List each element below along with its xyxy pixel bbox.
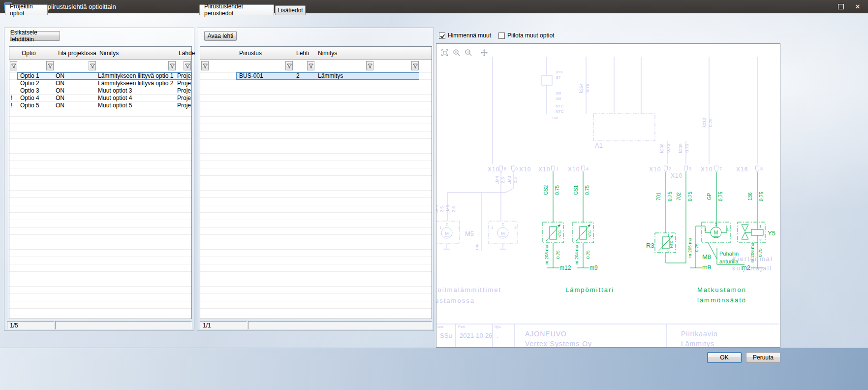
cell-optio: Optio 5 (20, 102, 53, 109)
cell-tila: ON (56, 72, 95, 80)
filter-icon[interactable] (201, 61, 209, 70)
svg-text:m 205 mu: m 205 mu (687, 238, 692, 258)
svg-text:2: 2 (446, 222, 448, 227)
zoom-out-icon[interactable] (463, 47, 473, 58)
filter-icon[interactable] (46, 61, 54, 70)
svg-text:2: 2 (759, 238, 762, 242)
svg-text:1: 1 (704, 228, 707, 232)
middle-status-extra (248, 321, 432, 329)
sheets-filter-row (200, 60, 432, 72)
cell-nimitys: Muut optiot 4 (98, 95, 175, 102)
svg-text:AJONEUVO: AJONEUVO (525, 330, 567, 338)
svg-text:GS1: GS1 (573, 185, 579, 195)
preview-toolbar (439, 47, 489, 58)
svg-text:3: 3 (726, 228, 729, 232)
column-header-lehti[interactable]: Lehti (296, 50, 309, 57)
svg-text:30f: 30f (556, 97, 561, 101)
filter-icon[interactable] (168, 61, 176, 70)
svg-text:unn.: unn. (437, 325, 444, 328)
svg-text:Pvm: Pvm (458, 325, 465, 328)
pan-icon[interactable] (479, 47, 489, 58)
filter-icon[interactable] (89, 61, 96, 70)
preview-by-sheet-button[interactable]: Esikatsele lehdittäin (10, 31, 60, 41)
cell-lahde: Projekti (177, 95, 191, 102)
hide-others-checkbox[interactable]: Piilota muut optiot (498, 32, 554, 39)
tab-lisatiedot[interactable]: Lisätiedot (275, 5, 306, 15)
cell-lahde: Projekti (177, 80, 191, 87)
svg-text:0.75: 0.75 (666, 144, 671, 153)
svg-text:2.5: 2.5 (513, 177, 518, 184)
options-table: Optio Tila projektissa Nimitys Lähde Opt… (9, 46, 192, 319)
svg-text:701: 701 (656, 192, 661, 200)
row-flag: ! (11, 95, 17, 102)
open-sheet-button[interactable]: Avaa lehti (204, 31, 237, 41)
dim-others-checkbox[interactable]: Himmennä muut (439, 32, 491, 39)
filter-icon[interactable] (307, 61, 314, 70)
options-filter-row (9, 60, 191, 72)
svg-text:LM3: LM3 (507, 176, 512, 185)
fit-icon[interactable] (439, 47, 450, 58)
column-header-lahde[interactable]: Lähde (179, 50, 195, 57)
sheets-table-header: Piirustus Lehti Nimitys (200, 47, 432, 60)
svg-text:m9: m9 (702, 263, 711, 271)
maximize-button[interactable] (833, 1, 849, 12)
table-row[interactable]: BUS-001 2 Lämmitys (200, 72, 432, 80)
svg-text:Lämmitys: Lämmitys (681, 340, 714, 347)
zoom-in-icon[interactable] (451, 47, 462, 58)
svg-text:2: 2 (667, 249, 670, 253)
svg-text:A1: A1 (595, 142, 603, 149)
svg-text:3: 3 (514, 226, 517, 230)
filter-icon[interactable] (285, 61, 293, 70)
column-header-optio[interactable]: Optio (22, 50, 36, 57)
svg-text:lämmönsäätö: lämmönsäätö (697, 296, 746, 304)
table-row[interactable]: Optio 3 ON Muut optiot 3 Projekti (9, 87, 191, 95)
svg-text:NTC: NTC (670, 241, 673, 248)
cancel-button[interactable]: Peruuta (746, 352, 780, 363)
cell-lehti: 2 (296, 72, 313, 80)
svg-text:X10: X10 (488, 166, 499, 173)
tab-projektin-optiot[interactable]: Projektin optiot (5, 4, 48, 15)
filter-icon[interactable] (411, 61, 419, 70)
table-row[interactable]: Optio 1 ON Lämmitykseen liittyvä optio 1… (9, 72, 191, 80)
svg-text:Y5: Y5 (768, 229, 775, 237)
column-header-nimitys[interactable]: Nimitys (318, 50, 337, 57)
column-header-tila[interactable]: Tila projektissa (57, 50, 96, 57)
svg-text:X16: X16 (736, 166, 748, 173)
checkbox-icon (498, 32, 505, 39)
dialog-window: { "window": { "title": "Esikatsele piiru… (0, 0, 868, 390)
svg-text:NTC: NTC (556, 104, 564, 108)
svg-text:2.5: 2.5 (439, 206, 444, 213)
filter-icon[interactable] (366, 61, 373, 70)
svg-text:1: 1 (556, 166, 558, 171)
close-button[interactable]: ✕ (849, 1, 866, 12)
svg-text:.: . (496, 332, 498, 339)
cell-optio: Optio 1 (20, 72, 53, 80)
svg-text:X10: X10 (701, 166, 713, 173)
svg-text:1: 1 (667, 233, 670, 238)
dim-others-label: Himmennä muut (448, 32, 491, 39)
svg-text:toilmalämmittimet: toilmalämmittimet (436, 286, 501, 293)
svg-text:8: 8 (760, 166, 763, 171)
table-row[interactable]: ! Optio 5 ON Muut optiot 5 Projekti (9, 102, 191, 109)
svg-text:GP: GP (707, 193, 712, 200)
options-table-header: Optio Tila projektissa Nimitys Lähde (9, 47, 191, 60)
column-header-piirustus[interactable]: Piirustus (239, 50, 262, 57)
svg-text:3: 3 (458, 226, 461, 230)
table-row[interactable]: Optio 2 ON Lämmitykseen liittyvä optio 2… (9, 80, 191, 87)
drawing-preview[interactable]: k2540.75k2100.75k2080.75k2090.7587a8730f… (436, 43, 780, 348)
svg-text:Vertex Systems Oy: Vertex Systems Oy (525, 340, 592, 347)
svg-text:m 204 mu: m 204 mu (574, 245, 579, 264)
svg-text:0.75: 0.75 (555, 185, 560, 195)
table-row[interactable]: ! Optio 4 ON Muut optiot 4 Projekti (9, 95, 191, 102)
tab-piirustuslehdet-perustiedot[interactable]: Piirustuslehdet perustiedot (199, 4, 274, 15)
checkbox-icon (439, 32, 445, 39)
svg-text:87a: 87a (556, 70, 563, 74)
filter-icon[interactable] (10, 61, 17, 70)
svg-text:1: 1 (491, 226, 494, 230)
ok-button[interactable]: OK (707, 352, 742, 363)
column-header-nimitys[interactable]: Nimitys (99, 50, 119, 57)
filter-icon[interactable] (184, 61, 191, 70)
cell-lahde: Projekti (177, 102, 191, 109)
window-controls: ✕ (833, 0, 866, 13)
row-flag: ! (11, 102, 17, 109)
